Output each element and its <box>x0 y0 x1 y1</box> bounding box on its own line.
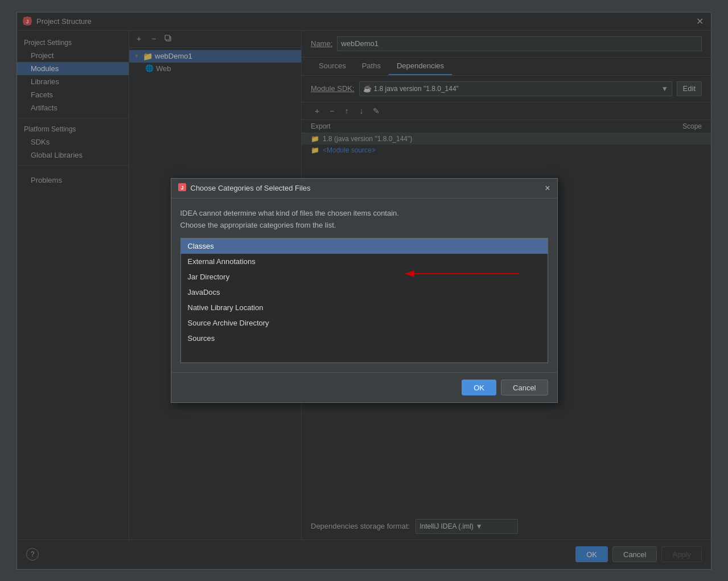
modal-body: IDEA cannot determine what kind of files… <box>171 199 557 373</box>
item-label: Source Archive Directory <box>188 319 269 327</box>
modal-intellij-icon: J <box>178 183 186 193</box>
modal-cancel-button[interactable]: Cancel <box>501 380 548 395</box>
modal-overlay: J Choose Categories of Selected Files × … <box>17 13 711 569</box>
item-label: Jar Directory <box>188 273 230 281</box>
modal-dialog: J Choose Categories of Selected Files × … <box>171 178 558 403</box>
item-label: Sources <box>188 334 215 343</box>
modal-description: IDEA cannot determine what kind of files… <box>180 208 548 232</box>
item-label: JavaDocs <box>188 288 220 296</box>
modal-footer: OK Cancel <box>171 372 557 402</box>
modal-ok-button[interactable]: OK <box>462 380 496 395</box>
modal-list-item-classes[interactable]: Classes <box>181 238 548 254</box>
svg-text:J: J <box>180 185 183 191</box>
modal-title: Choose Categories of Selected Files <box>191 184 311 192</box>
modal-desc-line2: Choose the appropriate categories from t… <box>180 220 548 232</box>
item-label: External Annotations <box>188 257 256 266</box>
modal-desc-line1: IDEA cannot determine what kind of files… <box>180 208 548 220</box>
arrow-annotation <box>400 267 525 284</box>
modal-list-item-jar-directory[interactable]: Jar Directory <box>181 269 548 285</box>
item-label: Classes <box>188 242 214 250</box>
modal-title-bar: J Choose Categories of Selected Files × <box>171 179 557 199</box>
modal-close-button[interactable]: × <box>545 183 550 193</box>
modal-list-item-sources[interactable]: Sources <box>181 331 548 346</box>
main-window: J Project Structure ✕ Project Settings P… <box>17 12 711 570</box>
modal-list: Classes External Annotations Jar Directo… <box>180 238 548 363</box>
modal-list-item-native-library[interactable]: Native Library Location <box>181 300 548 315</box>
modal-list-item-source-archive[interactable]: Source Archive Directory <box>181 315 548 331</box>
item-label: Native Library Location <box>188 303 264 312</box>
modal-list-item-javadocs[interactable]: JavaDocs <box>181 285 548 300</box>
